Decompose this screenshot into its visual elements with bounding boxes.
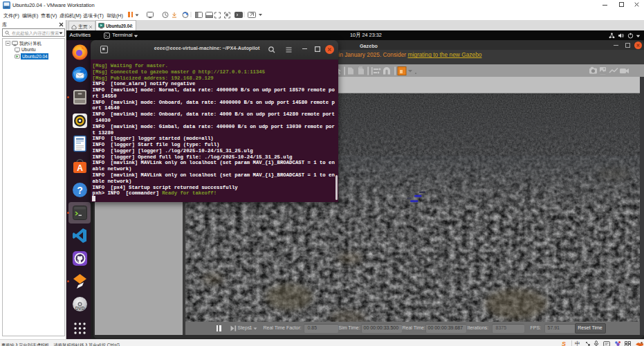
svg-text:DVD: DVD [75,306,85,311]
svg-text:?: ? [77,184,83,195]
svg-text:A: A [77,163,83,172]
